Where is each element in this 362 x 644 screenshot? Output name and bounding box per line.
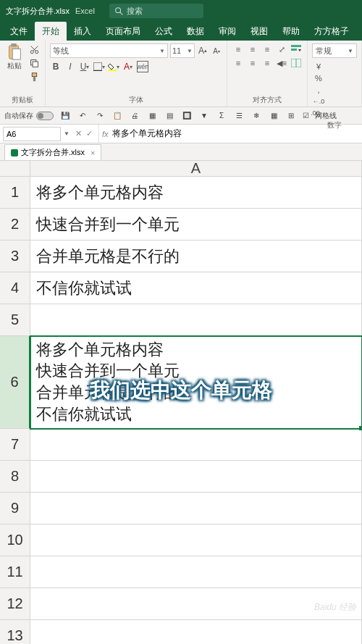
qat-icon[interactable]: ❄ — [251, 110, 262, 122]
cell-a9[interactable] — [30, 493, 362, 524]
qat-icon[interactable]: Σ — [216, 110, 227, 122]
tab-review[interactable]: 审阅 — [211, 22, 243, 41]
row-header[interactable]: 3 — [0, 241, 30, 272]
merge-icon — [291, 59, 301, 67]
redo-button[interactable]: ↷ — [94, 110, 106, 122]
merge-button[interactable] — [290, 57, 303, 69]
qat-icon[interactable]: 📋 — [111, 110, 123, 122]
tab-insert[interactable]: 插入 — [67, 22, 98, 41]
row-header[interactable]: 12 — [0, 588, 30, 620]
qat-icon[interactable]: ▤ — [164, 110, 175, 122]
svg-point-6 — [35, 50, 38, 53]
wrap-text-button[interactable] — [290, 43, 303, 55]
phonetic-button[interactable]: wén — [137, 61, 148, 72]
undo-button[interactable]: ↶ — [77, 110, 88, 122]
paste-button[interactable]: 粘贴 — [4, 43, 25, 71]
copy-button[interactable] — [28, 57, 41, 69]
tab-help[interactable]: 帮助 — [275, 22, 307, 41]
quick-access-toolbar: 自动保存 💾 ↶ ↷ 📋 🖨 ▦ ▤ 🔲 ▼ Σ ☰ ❄ ▦ ⊞ ☑网格线 — [0, 107, 362, 125]
qat-icon[interactable]: ☰ — [233, 110, 245, 122]
close-icon[interactable]: × — [90, 149, 95, 157]
cell-a12[interactable] — [30, 588, 362, 620]
decrease-font-button[interactable]: A▾ — [211, 45, 222, 57]
qat-icon[interactable]: 🖨 — [129, 110, 140, 122]
tab-formulas[interactable]: 公式 — [148, 22, 180, 41]
tab-data[interactable]: 数据 — [180, 22, 211, 41]
cell-a4[interactable]: 不信你就试试 — [30, 272, 362, 304]
search-input[interactable]: 搜索 — [109, 4, 203, 18]
select-all-corner[interactable] — [0, 161, 30, 176]
row-header[interactable]: 8 — [0, 461, 30, 493]
orientation-button[interactable]: ⤢ — [275, 43, 288, 55]
chevron-down-icon[interactable]: ▼ — [64, 130, 70, 137]
align-center-button[interactable]: ≡ — [246, 57, 259, 69]
fill-color-button[interactable]: ▾ — [108, 61, 119, 72]
row-header[interactable]: 10 — [0, 524, 30, 556]
qat-icon[interactable]: 🔲 — [181, 110, 193, 122]
tab-fangfang[interactable]: 方方格子 — [307, 22, 356, 41]
row-header[interactable]: 7 — [0, 429, 30, 461]
align-bottom-button[interactable]: ≡ — [261, 43, 274, 55]
formula-bar: A6 ▼ ✕ ✓ fx 将多个单元格内容 — [0, 125, 362, 143]
row-header[interactable]: 2 — [0, 209, 30, 241]
number-format-select[interactable]: 常规▼ — [312, 43, 357, 58]
row-header[interactable]: 1 — [0, 177, 30, 209]
cell-a1[interactable]: 将多个单元格内容 — [30, 177, 362, 209]
qat-icon[interactable]: ▼ — [198, 110, 210, 122]
row-header[interactable]: 6 — [0, 336, 30, 429]
qat-icon[interactable]: ▦ — [146, 110, 158, 122]
cut-button[interactable] — [28, 43, 41, 55]
comma-button[interactable]: , — [312, 84, 325, 96]
tab-view[interactable]: 视图 — [243, 22, 275, 41]
cancel-button[interactable]: ✕ — [75, 129, 82, 138]
percent-button[interactable]: % — [312, 72, 325, 84]
italic-button[interactable]: I — [64, 61, 76, 72]
chevron-down-icon: ▼ — [159, 48, 165, 54]
qat-icon[interactable]: ⊞ — [285, 110, 297, 122]
tab-file[interactable]: 文件 — [3, 22, 35, 41]
align-left-button[interactable]: ≡ — [232, 57, 245, 69]
cell-a11[interactable] — [30, 556, 362, 588]
gridlines-label[interactable]: 网格线 — [315, 111, 337, 121]
currency-button[interactable]: ¥ — [312, 61, 325, 72]
cell-a7[interactable] — [30, 429, 362, 461]
indent-decrease-button[interactable]: ◀≡ — [275, 57, 288, 69]
cell-a5[interactable] — [30, 304, 362, 336]
qat-icon[interactable]: ▦ — [268, 110, 279, 122]
save-button[interactable]: 💾 — [59, 110, 71, 122]
increase-decimal-button[interactable]: ←.0 — [312, 96, 325, 107]
increase-font-button[interactable]: A▴ — [197, 45, 209, 57]
fx-icon[interactable]: fx — [102, 130, 109, 138]
name-box[interactable]: A6 — [3, 127, 61, 141]
font-color-button[interactable]: A▾ — [122, 61, 134, 72]
cell-a2[interactable]: 快速合并到一个单元 — [30, 209, 362, 241]
sheet-tab[interactable]: 文字拆分合并.xlsx × — [4, 144, 101, 160]
align-right-button[interactable]: ≡ — [261, 57, 274, 69]
row-header[interactable]: 11 — [0, 556, 30, 588]
tab-pagelayout[interactable]: 页面布局 — [98, 22, 148, 41]
font-name-select[interactable]: 等线▼ — [50, 43, 168, 58]
align-middle-button[interactable]: ≡ — [246, 43, 259, 55]
tab-home[interactable]: 开始 — [35, 22, 67, 41]
bold-button[interactable]: B — [50, 61, 62, 72]
underline-button[interactable]: U▾ — [79, 61, 90, 72]
cell-a13[interactable] — [30, 620, 362, 644]
formula-input[interactable]: 将多个单元格内容 — [112, 127, 182, 140]
format-painter-button[interactable] — [28, 71, 41, 83]
border-button[interactable]: ▾ — [93, 61, 105, 72]
cell-a10[interactable] — [30, 524, 362, 556]
enter-button[interactable]: ✓ — [86, 129, 93, 138]
cell-a3[interactable]: 合并单元格是不行的 — [30, 241, 362, 272]
align-top-button[interactable]: ≡ — [232, 43, 245, 55]
cell-a8[interactable] — [30, 461, 362, 493]
font-size-select[interactable]: 11▼ — [170, 43, 195, 58]
row-header[interactable]: 4 — [0, 272, 30, 304]
row-header[interactable]: 5 — [0, 304, 30, 336]
row-header[interactable]: 9 — [0, 493, 30, 524]
autosave-toggle[interactable]: 自动保存 — [4, 111, 54, 121]
col-header-a[interactable]: A — [30, 161, 362, 176]
row-header[interactable]: 13 — [0, 620, 30, 644]
svg-point-5 — [30, 50, 33, 53]
cell-a6[interactable]: 将多个单元格内容 快速合并到一个单元 合并单元格是不行的 不信你就试试 — [30, 336, 362, 429]
title-bar: 文字拆分合并.xlsx Excel 搜索 — [0, 0, 362, 22]
